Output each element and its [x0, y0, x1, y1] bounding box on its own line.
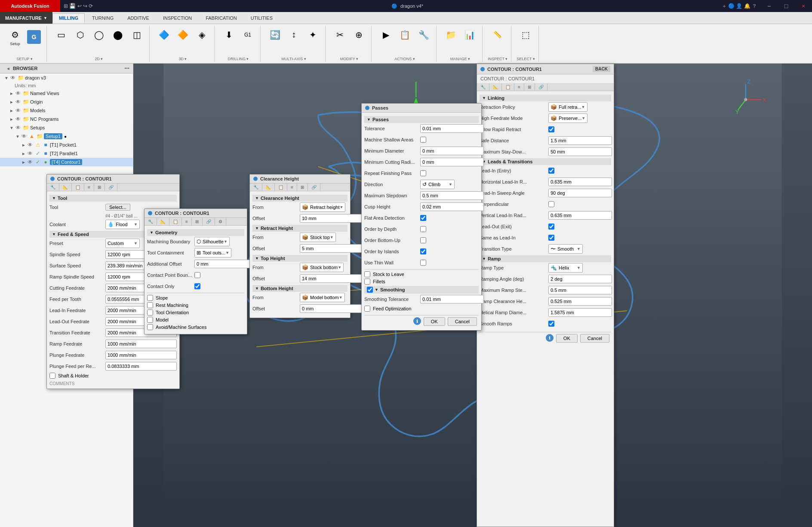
ramp-clearance-he-input[interactable]	[548, 297, 612, 306]
contact-point-bounce-check[interactable]	[194, 272, 200, 278]
g-btn[interactable]: G	[25, 29, 43, 45]
ramp-type-select[interactable]: 🔩 Helix ▼	[548, 263, 583, 273]
retraction-policy-select[interactable]: 📦 Full retra... ▼	[548, 102, 587, 112]
section-passes[interactable]: ▼Passes	[364, 116, 479, 123]
panel-geo-tab-5[interactable]: ⊞	[192, 218, 203, 225]
panel-geo-tab-4[interactable]: ≡	[182, 218, 192, 225]
lead-in-sweep-input[interactable]	[548, 189, 612, 197]
panel-geometry-header[interactable]: CONTOUR : CONTOUR1	[145, 209, 247, 218]
section-linking[interactable]: ▼Linking	[480, 95, 611, 101]
clearance-from-select[interactable]: 📦 Retract height ▼	[300, 202, 345, 212]
3d-btn-3[interactable]: ◈	[193, 27, 211, 43]
lead-out-check[interactable]	[548, 224, 554, 230]
panel-h-tab-5[interactable]: ⊞	[297, 184, 308, 191]
horiz-lead-in-input[interactable]	[548, 178, 612, 186]
plunge-feed-per-re-input[interactable]	[105, 362, 177, 371]
back-btn[interactable]: BACK	[593, 66, 610, 72]
browser-menu[interactable]: ⋯	[124, 65, 129, 71]
manufacture-btn[interactable]: MANUFACTURE ▼	[0, 12, 52, 24]
lead-in-check[interactable]	[548, 168, 554, 174]
additional-offset-input[interactable]	[194, 260, 258, 268]
2d-btn-2[interactable]: ⬡	[71, 27, 89, 43]
tree-item-setup1[interactable]: ▼ 👁 ▲ 📁 Setup1 ●	[0, 132, 133, 141]
tree-item-setups[interactable]: ▼ 👁 📁 Setups	[0, 123, 133, 132]
top-from-select[interactable]: 📦 Stock bottom ▼	[300, 263, 344, 272]
2d-btn-3[interactable]: ◯	[90, 27, 108, 43]
linking-ok-btn[interactable]: OK	[556, 334, 578, 343]
section-retract[interactable]: ▼Retract Height	[252, 225, 348, 232]
minimize-btn[interactable]: −	[760, 0, 778, 12]
bottom-offset-input[interactable]	[300, 304, 363, 313]
section-clearance[interactable]: ▼Clearance Height	[252, 195, 348, 202]
tab-milling[interactable]: MILLING	[52, 13, 85, 23]
panel-tab-6[interactable]: 🔗	[105, 184, 117, 191]
panel-l-tab-4[interactable]: ≡	[514, 83, 524, 91]
panel-geo-tab-7[interactable]: ⚙	[215, 218, 226, 225]
maximize-btn[interactable]: □	[778, 0, 795, 12]
multiaxis-btn-3[interactable]: ✦	[304, 27, 322, 43]
tree-item-contour1[interactable]: ► 👁 ✓ ● [T4] Contour1	[0, 158, 133, 166]
tree-item-origin[interactable]: ► 👁 📁 Origin	[0, 98, 133, 106]
passes-cancel-btn[interactable]: Cancel	[448, 317, 477, 326]
section-leads[interactable]: ▼Leads & Transitions	[480, 158, 611, 165]
perpendicular-check[interactable]	[548, 201, 554, 207]
passes-ok-btn[interactable]: OK	[424, 317, 445, 326]
panel-h-tab-4[interactable]: ≡	[287, 184, 297, 191]
repeat-finishing-check[interactable]	[420, 170, 426, 176]
tool-select-btn[interactable]: Select...	[105, 204, 130, 211]
panel-h-tab-2[interactable]: 📐	[262, 184, 275, 191]
panel-h-tab-6[interactable]: 🔗	[308, 184, 320, 191]
actions-btn-1[interactable]: ▶	[377, 27, 395, 43]
panel-tab-3[interactable]: 📋	[72, 184, 84, 191]
vert-lead-in-input[interactable]	[548, 211, 612, 220]
section-tool[interactable]: ▼Tool	[49, 195, 177, 202]
plunge-feedrate-input[interactable]	[105, 351, 177, 359]
tree-item-dragon-v3[interactable]: ▼ 👁 📁 dragon v3	[0, 74, 133, 82]
inspect-btn-1[interactable]: 📏	[489, 27, 507, 43]
smoothing-tolerance-input[interactable]	[420, 295, 484, 303]
slope-check[interactable]	[147, 295, 153, 301]
modify-btn-1[interactable]: ✂	[331, 27, 349, 43]
max-stay-down-input[interactable]	[548, 147, 612, 156]
flat-area-check[interactable]	[420, 215, 426, 221]
section-geometry[interactable]: ▼Geometry	[147, 229, 244, 236]
coolant-select[interactable]: 💧 Flood ▼	[105, 220, 140, 229]
manage-btn-2[interactable]: 📊	[461, 27, 479, 43]
tree-item-nc-programs[interactable]: ► 👁 📁 NC Programs	[0, 115, 133, 123]
stock-to-leave-check[interactable]	[364, 271, 370, 277]
smoothing-check[interactable]	[367, 287, 373, 293]
panel-h-tab-3[interactable]: 📋	[275, 184, 287, 191]
panel-h-tab-1[interactable]: 🔧	[250, 184, 262, 191]
tab-turning[interactable]: TURNING	[86, 13, 120, 22]
section-top-height[interactable]: ▼Top Height	[252, 255, 348, 262]
close-btn[interactable]: ×	[795, 0, 812, 12]
section-ramp[interactable]: ▼Ramp	[480, 255, 611, 262]
panel-geo-tab-2[interactable]: 📐	[157, 218, 169, 225]
modify-btn-2[interactable]: ⊕	[350, 27, 368, 43]
panel-l-tab-1[interactable]: 🔧	[477, 83, 489, 91]
max-stepdown-input[interactable]	[420, 191, 484, 200]
3d-btn-1[interactable]: 🔷	[155, 27, 173, 43]
machine-shallow-check[interactable]	[420, 137, 426, 143]
panel-geo-tab-6[interactable]: 🔗	[203, 218, 215, 225]
2d-btn-4[interactable]: ⬤	[109, 27, 127, 43]
feed-optimization-check[interactable]	[364, 306, 370, 312]
use-thin-wall-check[interactable]	[420, 260, 426, 266]
min-diameter-input[interactable]	[420, 147, 484, 155]
panel-tool-header[interactable]: CONTOUR : CONTOUR1	[47, 175, 179, 184]
contact-only-check[interactable]	[194, 283, 200, 289]
linking-info-btn[interactable]: ℹ	[546, 334, 554, 342]
min-cutting-radi-input[interactable]	[420, 158, 484, 166]
tree-item-parallel1[interactable]: ► 👁 ✓ ■ [T2] Parallel1	[0, 149, 133, 158]
transition-type-select[interactable]: 〜 Smooth ▼	[548, 244, 583, 254]
helical-ramp-input[interactable]	[548, 308, 612, 317]
high-feedrate-mode-select[interactable]: 📦 Preserve... ▼	[548, 113, 587, 123]
actions-btn-3[interactable]: 🔧	[415, 27, 433, 43]
top-offset-input[interactable]	[300, 274, 363, 283]
bottom-from-select[interactable]: 📦 Model bottom ▼	[300, 293, 345, 302]
preset-select[interactable]: Custom ▼	[105, 239, 140, 248]
tool-orientation-check[interactable]	[147, 309, 153, 316]
panel-l-tab-6[interactable]: 🔗	[535, 83, 547, 91]
panel-l-tab-5[interactable]: ⊞	[524, 83, 535, 91]
manage-btn-1[interactable]: 📁	[442, 27, 460, 43]
